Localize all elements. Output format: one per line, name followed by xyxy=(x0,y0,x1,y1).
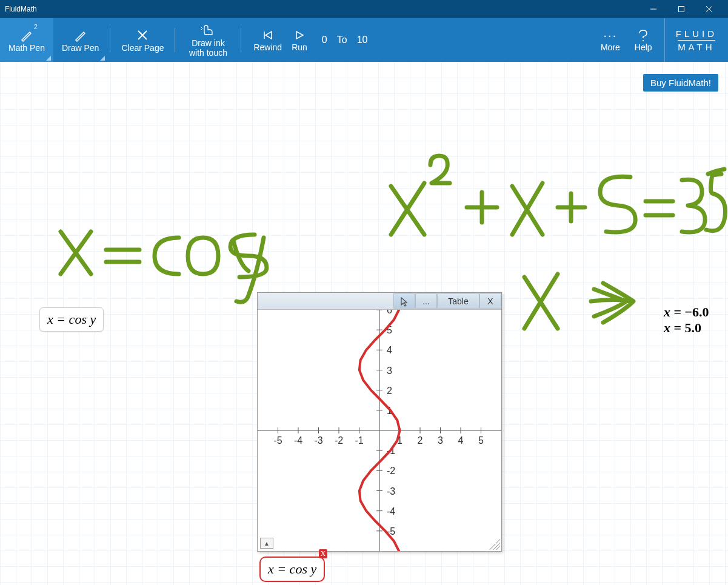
pen-icon xyxy=(20,27,33,43)
rewind-icon xyxy=(262,28,274,42)
separator xyxy=(175,28,175,52)
window-controls xyxy=(640,0,723,18)
svg-text:2: 2 xyxy=(418,435,423,446)
more-label: More xyxy=(601,42,620,52)
help-button[interactable]: Help xyxy=(627,18,660,62)
math-pen-button[interactable]: 2 Math Pen xyxy=(0,18,53,62)
svg-text:-2: -2 xyxy=(335,435,343,446)
help-label: Help xyxy=(635,42,652,52)
with-touch-label: with touch xyxy=(189,48,227,58)
play-icon xyxy=(295,28,304,42)
svg-text:6: 6 xyxy=(387,310,392,315)
toolbar: 2 Math Pen Draw Pen Clear Page Draw ink … xyxy=(0,18,728,62)
graph-equation-remove-icon[interactable]: X xyxy=(319,549,328,558)
svg-text:3: 3 xyxy=(438,435,443,446)
graph-plot-area[interactable]: -5-4-3-2-112345-5-4-3-2-1123456 ▲ xyxy=(258,310,501,551)
maximize-button[interactable] xyxy=(667,0,695,18)
app-title: FluidMath xyxy=(5,5,640,13)
touch-icon xyxy=(201,22,215,38)
math-pen-label: Math Pen xyxy=(8,43,45,53)
more-button[interactable]: ··· More xyxy=(593,18,627,62)
math-pen-badge: 2 xyxy=(34,23,38,30)
graph-expand-button[interactable]: ▲ xyxy=(260,538,273,549)
svg-text:-3: -3 xyxy=(314,435,322,446)
dropdown-indicator-icon xyxy=(100,56,105,61)
pen-icon xyxy=(74,27,87,43)
resize-grip-icon[interactable] xyxy=(489,539,500,550)
graph-equation-label[interactable]: X x = cos y xyxy=(259,557,325,582)
solution-output: x = −6.0 x = 5.0 xyxy=(664,304,709,336)
svg-text:-1: -1 xyxy=(355,435,363,446)
svg-text:-2: -2 xyxy=(387,466,395,476)
ink-equation-3[interactable] xyxy=(512,268,652,343)
rewind-label: Rewind xyxy=(253,42,282,52)
svg-text:-4: -4 xyxy=(294,435,302,446)
range-start[interactable]: 0 xyxy=(317,18,332,62)
run-button[interactable]: Run xyxy=(292,28,307,52)
graph-table-button[interactable]: Table xyxy=(437,293,479,309)
svg-text:2: 2 xyxy=(387,386,392,396)
ink-equation-1[interactable] xyxy=(48,216,291,305)
separator xyxy=(241,28,241,52)
close-button[interactable] xyxy=(695,0,723,18)
graph-equation-text: x = cos y xyxy=(268,561,316,577)
range-end[interactable]: 10 xyxy=(352,18,373,62)
help-icon xyxy=(637,28,649,42)
svg-text:5: 5 xyxy=(478,435,484,446)
x-icon xyxy=(136,27,149,43)
rewind-button[interactable]: Rewind xyxy=(253,28,282,52)
draw-ink-touch-button[interactable]: Draw ink with touch xyxy=(178,18,238,62)
graph-menu-button[interactable]: ... xyxy=(415,293,437,309)
playback-group: Rewind Run xyxy=(244,18,316,62)
parsed-equation-1-text: x = cos y xyxy=(47,312,96,327)
draw-pen-label: Draw Pen xyxy=(62,43,99,53)
svg-marker-7 xyxy=(265,32,272,39)
graph-panel[interactable]: ... Table X -5-4-3-2-112345-5-4-3-2-1123… xyxy=(257,292,502,552)
minimize-button[interactable] xyxy=(640,0,667,18)
logo-line2: MATH xyxy=(678,40,715,52)
draw-ink-label: Draw ink xyxy=(192,38,224,48)
logo-line1: FLUID xyxy=(676,28,717,39)
dropdown-indicator-icon xyxy=(46,56,51,61)
ellipsis-icon: ··· xyxy=(604,28,618,42)
range-to-label: To xyxy=(332,18,352,62)
clear-page-label: Clear Page xyxy=(121,43,164,53)
svg-text:-4: -4 xyxy=(387,506,395,516)
ink-equation-2[interactable] xyxy=(376,150,727,257)
chart-plot: -5-4-3-2-112345-5-4-3-2-1123456 xyxy=(258,310,501,551)
svg-point-9 xyxy=(643,40,644,41)
svg-text:3: 3 xyxy=(387,366,392,376)
svg-text:-3: -3 xyxy=(387,486,395,496)
separator xyxy=(110,28,110,52)
titlebar: FluidMath xyxy=(0,0,728,18)
svg-rect-1 xyxy=(679,7,684,12)
draw-pen-button[interactable]: Draw Pen xyxy=(53,18,107,62)
clear-page-button[interactable]: Clear Page xyxy=(113,18,172,62)
app-logo: FLUID MATH xyxy=(664,18,728,62)
svg-text:-5: -5 xyxy=(273,435,282,446)
graph-toolbar: ... Table X xyxy=(258,293,501,310)
graph-pointer-button[interactable] xyxy=(393,293,415,309)
run-label: Run xyxy=(292,42,307,52)
graph-close-button[interactable]: X xyxy=(479,293,501,309)
parsed-equation-1[interactable]: x = cos y xyxy=(39,307,104,332)
svg-marker-8 xyxy=(296,32,303,39)
math-canvas[interactable]: Buy FluidMath! xyxy=(0,62,728,585)
svg-text:4: 4 xyxy=(458,435,464,446)
pointer-icon xyxy=(399,296,410,307)
buy-fluidmath-button[interactable]: Buy FluidMath! xyxy=(643,74,718,92)
svg-text:4: 4 xyxy=(387,345,392,355)
